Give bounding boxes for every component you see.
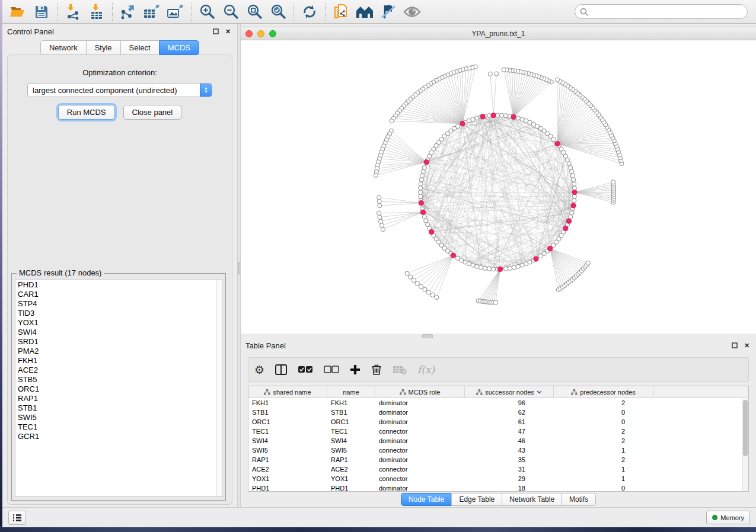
zoom-out-icon[interactable] [221,2,241,21]
ring-node[interactable] [420,174,424,178]
ring-node[interactable] [471,263,475,267]
dominator-node[interactable] [572,190,577,194]
deselect-all-icon[interactable] [324,366,339,374]
ring-node[interactable] [572,198,576,203]
ring-node[interactable] [508,266,512,270]
columns-icon[interactable] [275,364,287,375]
export-table-icon[interactable] [142,2,162,21]
mcds-result-item[interactable]: PMA2 [15,347,222,356]
leaf-node[interactable] [611,180,615,184]
memory-button[interactable]: Memory [706,511,750,524]
tab-node-table[interactable]: Node Table [401,493,452,506]
table-row[interactable]: PHD1PHD1dominator180 [248,483,748,492]
mcds-result-item[interactable]: TID3 [15,309,222,318]
dominator-node[interactable] [563,226,568,230]
ring-node[interactable] [570,211,574,215]
open-file-icon[interactable] [8,2,28,21]
ring-node[interactable] [487,114,491,118]
leaf-node[interactable] [374,173,378,177]
ring-node[interactable] [520,117,524,121]
ring-node[interactable] [572,182,576,186]
tab-motifs[interactable]: Motifs [562,493,596,506]
tab-network-table[interactable]: Network Table [502,493,562,506]
mcds-result-item[interactable]: TEC1 [15,422,222,432]
leaf-node[interactable] [377,196,381,200]
column-header-MCDS-role[interactable]: MCDS role [375,386,465,398]
table-row[interactable]: FKH1FKH1dominator962 [248,398,748,408]
mcds-result-item[interactable]: ORC1 [15,384,222,394]
close-panel-icon[interactable]: ✕ [224,27,232,36]
close-panel-button[interactable]: Close panel [123,105,182,120]
export-network-icon[interactable] [118,2,138,21]
save-session-icon[interactable] [31,2,52,21]
leaf-node[interactable] [426,290,430,294]
ring-node[interactable] [418,190,422,194]
ring-node[interactable] [419,194,423,198]
ring-node[interactable] [520,263,524,267]
result-list-scrollbar[interactable] [216,280,222,496]
mcds-result-item[interactable]: YOX1 [15,318,222,328]
leaf-node[interactable] [379,223,384,227]
ring-node[interactable] [475,116,479,120]
leaf-node[interactable] [493,300,497,305]
table-scrollbar[interactable] [742,399,748,491]
ring-node[interactable] [503,114,508,118]
ring-node[interactable] [419,182,423,186]
leaf-node[interactable] [390,119,394,123]
float-table-panel-icon[interactable] [730,341,739,350]
duplicate-network-icon[interactable] [331,2,351,21]
network-window-titlebar[interactable]: YPA_prune.txt_1 [241,27,756,40]
dominator-node[interactable] [555,142,560,146]
tab-network[interactable]: Network [40,40,86,55]
leaf-node[interactable] [430,293,435,297]
zoom-fit-icon[interactable] [244,2,264,21]
leaf-node[interactable] [423,287,427,291]
hide-annotations-icon[interactable] [378,2,398,21]
mcds-result-item[interactable]: STP4 [15,299,222,309]
import-table-icon[interactable] [87,2,107,21]
dominator-node[interactable] [491,113,496,118]
ring-node[interactable] [572,178,576,182]
ring-node[interactable] [467,262,471,266]
dominator-node[interactable] [419,200,423,205]
dominator-node[interactable] [534,257,538,261]
table-row[interactable]: SWI4SWI4dominator462 [248,436,748,446]
mcds-result-item[interactable]: GCR1 [15,432,222,441]
zoom-selected-icon[interactable] [268,2,288,21]
float-panel-icon[interactable] [211,27,220,36]
mcds-result-item[interactable]: ACE2 [15,366,222,375]
search-field[interactable] [575,4,748,19]
ring-node[interactable] [422,214,426,219]
leaf-node[interactable] [415,281,419,286]
dominator-node[interactable] [480,114,485,119]
leaf-node[interactable] [378,215,382,219]
leaf-node[interactable] [586,261,590,265]
ring-node[interactable] [419,186,423,190]
ring-node[interactable] [569,214,573,219]
select-all-icon[interactable] [298,366,313,374]
dominator-node[interactable] [511,114,516,119]
criterion-dropdown[interactable]: largest connected component (undirected)… [27,83,212,97]
ring-node[interactable] [475,264,479,268]
dominator-node[interactable] [460,121,465,126]
leaf-node[interactable] [378,204,382,208]
ring-node[interactable] [479,265,483,270]
mcds-result-item[interactable]: RAP1 [15,394,222,403]
leaf-node[interactable] [502,68,506,72]
leaf-node[interactable] [378,219,382,223]
ring-node[interactable] [491,267,495,271]
tab-style[interactable]: Style [86,40,120,55]
ring-node[interactable] [569,165,573,169]
dominator-node[interactable] [548,246,553,251]
leaf-node[interactable] [555,78,559,82]
table-row[interactable]: ORC1ORC1dominator610 [248,417,748,427]
leaf-node[interactable] [377,211,381,215]
overview-icon[interactable] [355,2,375,21]
horizontal-splitter[interactable] [241,334,756,338]
ring-node[interactable] [483,266,487,270]
table-row[interactable]: RAP1RAP1dominator352 [248,455,748,464]
tab-mcds[interactable]: MCDS [159,40,199,55]
ring-node[interactable] [524,118,528,123]
task-history-button[interactable] [8,511,26,525]
table-row[interactable]: STB1STB1dominator620 [248,408,748,417]
